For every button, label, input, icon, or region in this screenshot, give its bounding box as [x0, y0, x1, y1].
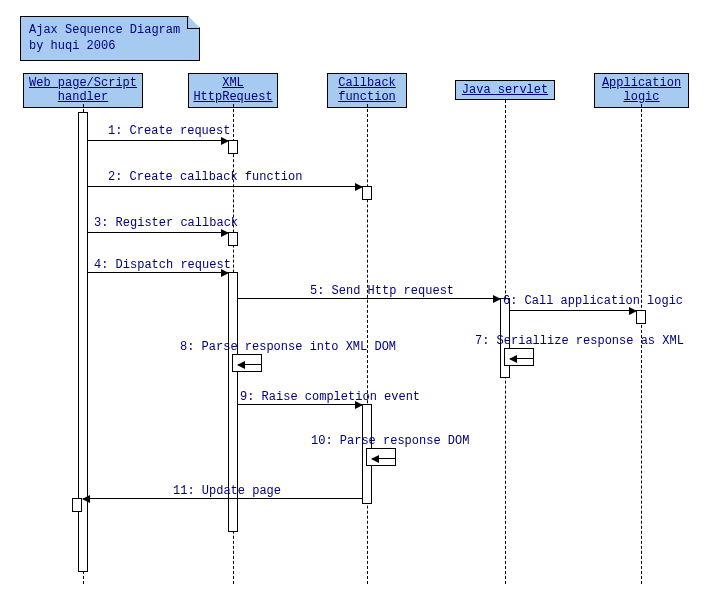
- msg-10-arrow: [372, 458, 396, 459]
- participant-callback-l1: Callback: [338, 76, 396, 90]
- msg-10-n: 10: [311, 434, 325, 448]
- activation-xhr-1: [228, 140, 238, 154]
- msg-7-n: 7: [475, 334, 482, 348]
- note-line2: by huqi 2006: [29, 39, 115, 53]
- msg-8-label: 8: Parse response into XML DOM: [180, 340, 396, 354]
- msg-1-text: Create request: [130, 124, 231, 138]
- msg-9-label: 9: Raise completion event: [240, 390, 420, 404]
- msg-5-text: Send Http request: [332, 284, 454, 298]
- participant-xhr-l1: XML: [222, 76, 244, 90]
- msg-8-text: Parse response into XML DOM: [202, 340, 396, 354]
- msg-11-text: Update page: [202, 484, 281, 498]
- msg-6-arrow: [510, 310, 636, 311]
- participant-webpage-l2: handler: [58, 90, 108, 104]
- msg-4-arrow: [88, 272, 228, 273]
- msg-3-label: 3: Register callback: [94, 216, 238, 230]
- msg-10-text: Parse response DOM: [340, 434, 470, 448]
- msg-7-text: Seriallize response as XML: [497, 334, 684, 348]
- activation-applogic-6: [636, 310, 646, 324]
- msg-9-text: Raise completion event: [262, 390, 420, 404]
- participant-callback-l2: function: [338, 90, 396, 104]
- msg-7-arrow: [510, 358, 534, 359]
- msg-5-arrow: [238, 298, 500, 299]
- msg-2-n: 2: [108, 170, 115, 184]
- msg-3-arrow: [88, 232, 228, 233]
- msg-1-label: 1: Create request: [108, 124, 230, 138]
- participant-webpage-l1: Web page/Script: [29, 76, 137, 90]
- msg-8-arrow: [238, 364, 262, 365]
- note-fold-icon: [187, 17, 199, 29]
- msg-2-text: Create callback function: [130, 170, 303, 184]
- activation-xhr-3: [228, 232, 238, 246]
- msg-7-label: 7: Seriallize response as XML: [475, 334, 684, 348]
- participant-xhr-l2: HttpRequest: [193, 90, 272, 104]
- msg-8-n: 8: [180, 340, 187, 354]
- msg-11-n: 11: [173, 484, 187, 498]
- msg-2-label: 2: Create callback function: [108, 170, 302, 184]
- participant-applogic: Application logic: [594, 73, 689, 108]
- msg-4-label: 4: Dispatch request: [94, 258, 231, 272]
- participant-servlet-l1: Java servlet: [462, 83, 548, 97]
- msg-2-arrow: [88, 186, 362, 187]
- participant-applogic-l2: logic: [623, 90, 659, 104]
- msg-10-label: 10: Parse response DOM: [311, 434, 469, 448]
- participant-xhr: XML HttpRequest: [188, 73, 278, 108]
- participant-applogic-l1: Application: [602, 76, 681, 90]
- msg-5-n: 5: [310, 284, 317, 298]
- msg-11-arrow: [83, 498, 362, 499]
- msg-4-n: 4: [94, 258, 101, 272]
- note-line1: Ajax Sequence Diagram: [29, 23, 180, 37]
- msg-3-n: 3: [94, 216, 101, 230]
- participant-webpage: Web page/Script handler: [23, 73, 143, 108]
- participant-callback: Callback function: [327, 73, 407, 108]
- msg-4-text: Dispatch request: [116, 258, 231, 272]
- msg-9-n: 9: [240, 390, 247, 404]
- participant-servlet: Java servlet: [455, 80, 555, 100]
- diagram-title-note: Ajax Sequence Diagram by huqi 2006: [20, 16, 200, 61]
- msg-6-n: 6: [503, 294, 510, 308]
- activation-callback-2: [362, 186, 372, 200]
- msg-6-label: 6: Call application logic: [503, 294, 683, 308]
- msg-1-arrow: [88, 140, 228, 141]
- msg-9-arrow: [238, 404, 362, 405]
- msg-3-text: Register callback: [116, 216, 238, 230]
- activation-webpage-11: [72, 498, 82, 512]
- msg-1-n: 1: [108, 124, 115, 138]
- msg-6-text: Call application logic: [525, 294, 683, 308]
- msg-11-label: 11: Update page: [173, 484, 281, 498]
- msg-5-label: 5: Send Http request: [310, 284, 454, 298]
